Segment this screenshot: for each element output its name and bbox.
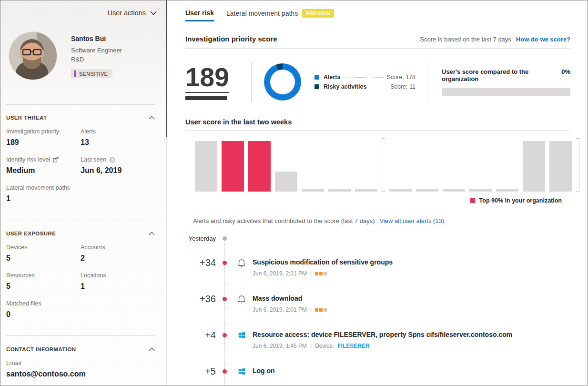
field-alerts: Alerts 13 bbox=[81, 128, 155, 147]
activity-title[interactable]: Log on bbox=[253, 366, 275, 376]
activity-timeline: Yesterday +34 Suspicious modification of… bbox=[185, 235, 570, 386]
timeline-item-mass-download[interactable]: +36 Mass download Jun 6, 2019, 2:01 PM | bbox=[185, 294, 570, 315]
field-value: 5 bbox=[6, 282, 81, 291]
org-comparison-value: 0% bbox=[561, 68, 570, 75]
two-weeks-chart: Top 90% in your organization bbox=[195, 138, 567, 204]
device-link[interactable]: FILESERER bbox=[337, 343, 369, 349]
timeline-red-dot bbox=[223, 369, 227, 374]
timeline-day-label: Yesterday bbox=[185, 235, 216, 242]
priority-score-header: Investigation priority score Score is ba… bbox=[185, 35, 570, 43]
score-delta: +5 bbox=[185, 366, 216, 376]
score-day-bar bbox=[222, 141, 244, 192]
alert-title[interactable]: Suspicious modification of sensitive gro… bbox=[253, 257, 393, 267]
score-underline-bar bbox=[185, 96, 227, 100]
field-investigation-priority: Investigation priority 189 bbox=[6, 128, 81, 147]
top-percentile-legend-swatch bbox=[470, 198, 475, 203]
user-investigation-page: User actions Santos bbox=[0, 0, 588, 386]
week-window-bracket bbox=[382, 138, 385, 192]
timeline-red-dot bbox=[223, 333, 227, 337]
score-day-bar bbox=[549, 141, 572, 192]
two-weeks-header: User score in the last two weeks bbox=[185, 118, 570, 126]
field-label: Resources bbox=[6, 272, 35, 279]
external-link-icon[interactable] bbox=[53, 157, 59, 163]
score-day-bar bbox=[523, 141, 545, 192]
field-identity-risk-level: Identity risk level Medium bbox=[6, 156, 81, 175]
alert-title[interactable]: Mass download bbox=[253, 294, 327, 304]
tab-lateral-movement-paths[interactable]: Lateral movement paths PREVIEW bbox=[226, 9, 334, 21]
dotted-leader bbox=[344, 77, 383, 78]
two-weeks-title: User score in the last two weeks bbox=[185, 118, 292, 126]
tab-label: User risk bbox=[185, 9, 214, 17]
info-icon[interactable]: i bbox=[109, 157, 115, 163]
severity-indicator bbox=[315, 272, 327, 275]
user-threat-section: USER THREAT Investigation priority 189 A… bbox=[6, 115, 155, 203]
email-link[interactable]: santos@contoso.com bbox=[6, 370, 155, 378]
field-value: 5 bbox=[6, 254, 81, 263]
risky-activities-legend-swatch bbox=[314, 84, 319, 89]
bell-icon bbox=[237, 294, 246, 304]
activity-title[interactable]: Resource access: device FILESERVER, prop… bbox=[253, 330, 512, 340]
score-basis-text: Score is based on the last 7 days bbox=[420, 36, 511, 43]
tab-bar: User risk Lateral movement paths PREVIEW bbox=[185, 9, 570, 21]
main-content: User risk Lateral movement paths PREVIEW… bbox=[168, 0, 588, 386]
field-value: Jun 6, 2019 bbox=[81, 166, 155, 175]
view-all-user-alerts-link[interactable]: View all user alerts (13) bbox=[380, 217, 445, 224]
score-delta: +34 bbox=[185, 257, 216, 268]
section-title: USER THREAT bbox=[6, 115, 47, 121]
field-value: 189 bbox=[6, 138, 81, 147]
user-exposure-header[interactable]: USER EXPOSURE bbox=[6, 231, 155, 236]
timeline-red-dot bbox=[223, 297, 227, 301]
big-score-block: 189 bbox=[185, 64, 239, 100]
bar-chart-legend: Top 90% in your organization bbox=[195, 197, 562, 204]
user-photo bbox=[9, 32, 57, 80]
field-value: 2 bbox=[81, 254, 155, 263]
sidebar-scrollbar-thumb[interactable] bbox=[166, 0, 167, 137]
how-do-we-score-link[interactable]: How do we score? bbox=[516, 36, 570, 43]
contact-information-header[interactable]: CONTACT INFORMATION bbox=[6, 346, 155, 352]
score-delta: +36 bbox=[185, 294, 216, 304]
score-delta: +4 bbox=[185, 330, 216, 340]
field-label: Last seen bbox=[81, 156, 106, 163]
timeline-red-dot bbox=[223, 261, 227, 265]
field-value: 13 bbox=[81, 138, 155, 147]
score-day-bar bbox=[275, 172, 297, 192]
timeline-item-suspicious-modification[interactable]: +34 Suspicious modification of sensitive… bbox=[185, 257, 570, 278]
timeline-item-log-on[interactable]: +5 Log on bbox=[185, 366, 570, 386]
sidebar-divider bbox=[6, 335, 155, 336]
two-weeks-bar-chart bbox=[195, 138, 567, 192]
section-divider bbox=[185, 48, 570, 49]
user-name: Santos Bui bbox=[71, 35, 122, 42]
tab-user-risk[interactable]: User risk bbox=[185, 9, 214, 21]
windows-icon bbox=[238, 367, 246, 376]
user-threat-header[interactable]: USER THREAT bbox=[6, 115, 155, 121]
section-title: USER EXPOSURE bbox=[6, 231, 56, 236]
field-label: Email bbox=[6, 360, 21, 366]
timeline-item-resource-access[interactable]: +4 Resource access: device FILESERVER, p… bbox=[185, 330, 570, 351]
severity-indicator bbox=[315, 308, 327, 312]
field-label: Investigation priority bbox=[6, 128, 59, 135]
activity-time: Jun 6, 2019, 1:45 PM bbox=[253, 343, 307, 349]
user-actions-button[interactable]: User actions bbox=[107, 9, 157, 17]
field-label: Locations bbox=[81, 272, 106, 279]
bell-icon bbox=[237, 258, 246, 268]
field-email: Email santos@contoso.com bbox=[6, 360, 155, 378]
badge-accent-bar bbox=[74, 71, 76, 77]
field-label: Devices bbox=[6, 244, 27, 251]
score-day-bar bbox=[355, 189, 377, 192]
chevron-up-icon bbox=[149, 116, 155, 120]
sidebar-divider bbox=[6, 104, 155, 105]
field-resources: Resources 5 bbox=[6, 272, 81, 291]
timeline-day-marker: Yesterday bbox=[185, 235, 570, 242]
field-label: Lateral movement paths bbox=[6, 184, 70, 191]
contributing-alerts-row: Alerts and risky activities that contrib… bbox=[185, 217, 570, 224]
section-title: CONTACT INFORMATION bbox=[6, 346, 76, 352]
legend-label: Risky activities bbox=[324, 83, 366, 90]
device-label: Device: bbox=[315, 343, 334, 349]
investigation-priority-score: 189 bbox=[185, 64, 229, 93]
contact-information-section: CONTACT INFORMATION Email santos@contoso… bbox=[6, 346, 155, 378]
alert-time: Jun 6, 2019, 2:01 PM bbox=[253, 306, 307, 313]
score-day-bar bbox=[328, 189, 351, 192]
top-percentile-legend-label: Top 90% in your organization bbox=[479, 197, 562, 204]
field-value: Medium bbox=[6, 166, 81, 175]
vertical-divider bbox=[428, 62, 428, 102]
